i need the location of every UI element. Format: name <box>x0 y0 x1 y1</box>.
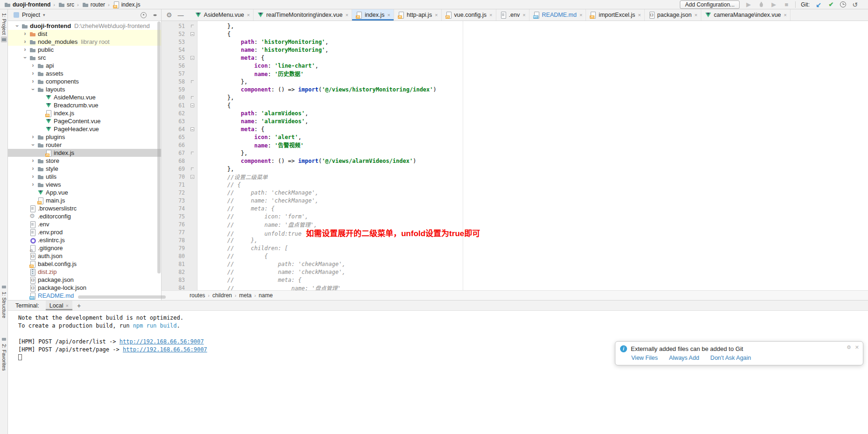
git-commit-icon[interactable]: ✔ <box>827 1 835 8</box>
tree-row[interactable]: ›src <box>8 54 161 62</box>
run-icon[interactable]: ▶ <box>745 1 752 8</box>
chevron-collapsed-icon[interactable]: › <box>29 181 37 189</box>
add-configuration-button[interactable]: Add Configuration... <box>680 0 740 9</box>
tree-row[interactable]: ›dist <box>8 30 161 38</box>
tree-row[interactable]: ›router <box>8 141 161 149</box>
chevron-expanded-icon[interactable]: › <box>13 22 21 30</box>
fold-marker-icon[interactable] <box>187 168 198 170</box>
editor-tab[interactable]: cameraManage\index.vue× <box>701 9 790 21</box>
chevron-collapsed-icon[interactable]: › <box>29 173 37 181</box>
git-update-icon[interactable]: ↙ <box>815 1 822 8</box>
tree-row[interactable]: ›PageContent.vue <box>8 117 161 125</box>
tree-row[interactable]: ›.editorconfig <box>8 212 161 220</box>
tree-row[interactable]: ›dist.zip <box>8 268 161 276</box>
close-icon[interactable]: × <box>489 12 492 18</box>
breadcrumb-item[interactable]: index.js <box>113 1 141 8</box>
tree-horizontal-scrollbar[interactable] <box>78 295 166 299</box>
collapse-all-icon[interactable] <box>152 12 158 18</box>
gear-icon[interactable]: ⚙ <box>166 12 172 18</box>
chevron-collapsed-icon[interactable]: › <box>29 165 37 173</box>
tree-row[interactable]: ›index.js <box>8 149 161 157</box>
close-icon[interactable]: × <box>694 12 697 18</box>
terminal-cursor[interactable] <box>18 354 22 360</box>
chevron-expanded-icon[interactable]: › <box>29 141 37 149</box>
tree-row[interactable]: ›views <box>8 181 161 189</box>
fold-marker-icon[interactable] <box>187 80 198 83</box>
tree-row[interactable]: ›.env <box>8 220 161 228</box>
close-icon[interactable]: × <box>435 12 438 18</box>
stop-icon[interactable]: ■ <box>783 1 790 8</box>
editor-tab[interactable]: AsideMenu.vue× <box>191 9 254 21</box>
tree-row[interactable]: ›plugins <box>8 133 161 141</box>
editor-breadcrumb-item[interactable]: meta <box>239 292 252 299</box>
editor-breadcrumb-item[interactable]: name <box>259 292 273 299</box>
tree-row[interactable]: ›PageHeader.vue <box>8 125 161 133</box>
tree-row[interactable]: ›public <box>8 46 161 54</box>
tool-window-favorites-button[interactable]: 2: Favorites <box>0 336 8 371</box>
tree-row[interactable]: ›store <box>8 157 161 165</box>
notification-action-link[interactable]: Always Add <box>669 355 699 361</box>
chevron-collapsed-icon[interactable]: › <box>21 30 29 38</box>
run-with-coverage-icon[interactable]: ▶ <box>770 1 777 8</box>
editor-tab[interactable]: package.json× <box>645 9 701 21</box>
notification-action-link[interactable]: View Files <box>631 355 658 361</box>
git-history-icon[interactable] <box>840 1 846 7</box>
fold-marker-icon[interactable] <box>187 25 198 28</box>
tree-row[interactable]: ›components <box>8 77 161 85</box>
tree-row[interactable]: ›duoji-frontendD:\zheheWeb\duoji-fronten… <box>8 22 161 30</box>
close-icon[interactable]: × <box>388 12 390 18</box>
fold-marker-icon[interactable] <box>187 175 198 179</box>
editor-tab[interactable]: realTimeMonitoring\index.vue× <box>254 9 352 21</box>
chevron-collapsed-icon[interactable]: › <box>21 46 29 54</box>
tree-row[interactable]: ›.env.prod <box>8 228 161 236</box>
fold-marker-icon[interactable] <box>187 96 198 99</box>
chevron-collapsed-icon[interactable]: › <box>29 133 37 141</box>
fold-marker-icon[interactable] <box>187 56 198 60</box>
editor-breadcrumb-item[interactable]: children <box>212 292 232 299</box>
tree-row[interactable]: ›package-lock.json <box>8 284 161 292</box>
tree-row[interactable]: ›.eslintrc.js <box>8 236 161 244</box>
close-icon[interactable]: × <box>346 12 348 18</box>
tree-row[interactable]: ›.browserslistrc <box>8 204 161 212</box>
close-icon[interactable]: × <box>638 12 641 18</box>
terminal-link[interactable]: http://192.168.66.56:9007 <box>123 346 207 353</box>
locate-file-icon[interactable] <box>141 12 147 18</box>
breadcrumb-item[interactable]: src <box>58 1 74 8</box>
tree-vertical-scrollbar[interactable] <box>157 21 161 273</box>
breadcrumb-item[interactable]: router <box>82 1 105 8</box>
tree-row[interactable]: ›App.vue <box>8 189 161 196</box>
debug-icon[interactable] <box>757 1 765 8</box>
tool-window-project-button[interactable]: 1: Project <box>0 13 8 42</box>
fold-marker-icon[interactable] <box>187 152 198 154</box>
close-icon[interactable]: × <box>522 12 525 18</box>
chevron-collapsed-icon[interactable]: › <box>29 77 37 85</box>
fold-marker-icon[interactable] <box>187 127 198 131</box>
editor-tab[interactable]: README.md× <box>529 9 586 21</box>
fold-marker-icon[interactable] <box>187 32 198 36</box>
close-icon[interactable]: × <box>66 303 69 308</box>
close-icon[interactable]: × <box>247 12 250 18</box>
chevron-expanded-icon[interactable]: › <box>21 54 29 62</box>
tree-row[interactable]: ›style <box>8 165 161 173</box>
notification-action-link[interactable]: Don't Ask Again <box>710 355 751 361</box>
hide-panel-icon[interactable]: — <box>178 12 184 19</box>
terminal-link[interactable]: http://192.168.66.56:9007 <box>120 338 204 345</box>
git-rollback-icon[interactable]: ↺ <box>851 1 859 8</box>
fold-marker-icon[interactable] <box>187 104 198 107</box>
tree-row[interactable]: ›AsideMenu.vue <box>8 93 161 101</box>
breadcrumb-item[interactable]: duoji-frontend <box>4 1 50 8</box>
tree-row[interactable]: ›utils <box>8 173 161 181</box>
tree-row[interactable]: ›Breadcrumb.vue <box>8 101 161 109</box>
tree-row[interactable]: ›package.json <box>8 276 161 284</box>
editor-tab[interactable]: vue.config.js× <box>442 9 496 21</box>
tool-window-structure-button[interactable]: 1: Structure <box>0 284 8 318</box>
tree-row[interactable]: ›auth.json <box>8 252 161 260</box>
tree-row[interactable]: ›index.js <box>8 109 161 117</box>
tree-row[interactable]: ›main.js <box>8 196 161 204</box>
close-icon[interactable]: × <box>784 12 787 18</box>
tree-row[interactable]: ›node_moduleslibrary root <box>8 38 161 46</box>
notification-close-icon[interactable]: ✕ <box>855 344 859 350</box>
editor-breadcrumb-item[interactable]: routes <box>190 292 205 299</box>
tree-row[interactable]: ›babel.config.js <box>8 260 161 268</box>
tree-row[interactable]: ›layouts <box>8 85 161 93</box>
